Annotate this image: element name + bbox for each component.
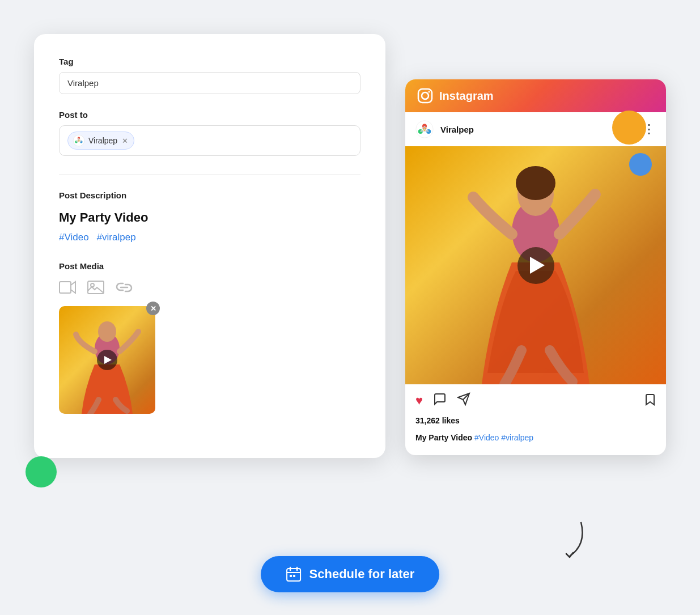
tag-input[interactable]: [59, 72, 360, 94]
comment-icon[interactable]: [433, 392, 447, 409]
media-upload-icons: [59, 279, 360, 296]
svg-rect-41: [293, 575, 295, 577]
post-title: My Party Video: [59, 210, 360, 225]
viralpep-chip: Viralpep ✕: [67, 132, 134, 150]
image-upload-icon[interactable]: [87, 279, 104, 296]
instagram-platform-label: Instagram: [439, 90, 494, 103]
post-actions: ♥: [405, 384, 666, 414]
calendar-icon: [286, 566, 302, 582]
actions-left: ♥: [415, 392, 470, 409]
hashtag-video: #Video: [59, 232, 89, 243]
post-to-section: Post to Viralpep ✕: [59, 110, 360, 156]
decorative-circle-green: [26, 456, 57, 487]
media-thumbnail: [59, 306, 155, 414]
divider: [59, 174, 360, 175]
instagram-header: Instagram: [405, 79, 666, 112]
arrow-decoration: [541, 516, 587, 564]
remove-media-button[interactable]: ✕: [146, 302, 160, 315]
svg-point-13: [91, 283, 94, 287]
hashtag-viralpep: #viralpep: [97, 232, 136, 243]
post-to-label: Post to: [59, 110, 360, 120]
post-media-label: Post Media: [59, 261, 360, 271]
tag-label: Tag: [59, 57, 360, 66]
share-icon[interactable]: [457, 392, 470, 409]
heart-icon[interactable]: ♥: [415, 393, 423, 408]
caption-tag1: #Video: [474, 433, 499, 442]
viralpep-logo-small: [73, 134, 85, 147]
svg-rect-11: [60, 282, 71, 293]
bookmark-icon[interactable]: [643, 393, 656, 409]
hashtags-container: #Video #viralpep: [59, 232, 360, 243]
post-image: [405, 146, 666, 384]
svg-point-18: [422, 92, 429, 99]
decorative-circle-blue: [629, 153, 652, 176]
svg-rect-17: [418, 89, 432, 103]
post-caption: My Party Video #Video #viralpep: [405, 430, 666, 455]
post-username: Viralpep: [440, 125, 474, 134]
tag-section: Tag: [59, 57, 360, 94]
chip-remove-icon[interactable]: ✕: [122, 137, 128, 145]
caption-tag2: #viralpep: [501, 433, 533, 442]
viralpep-chip-label: Viralpep: [88, 136, 117, 145]
form-card: Tag Post to Viralpep: [34, 34, 385, 458]
post-description-label: Post Description: [59, 190, 360, 200]
decorative-circle-yellow: [612, 111, 646, 145]
link-upload-icon[interactable]: [116, 279, 133, 296]
svg-point-19: [429, 91, 430, 93]
video-upload-icon[interactable]: [59, 279, 76, 296]
schedule-button-label: Schedule for later: [309, 567, 415, 582]
svg-rect-40: [290, 575, 292, 577]
schedule-button[interactable]: Schedule for later: [261, 556, 440, 592]
media-thumbnail-wrapper: ✕: [59, 306, 155, 414]
instagram-icon: [417, 87, 434, 104]
play-button-small[interactable]: [97, 350, 117, 370]
post-media-section: Post Media: [59, 261, 360, 414]
play-button-large[interactable]: [517, 247, 554, 284]
svg-point-33: [516, 166, 555, 200]
post-description-section: Post Description My Party Video #Video #…: [59, 190, 360, 243]
user-avatar: [415, 120, 434, 138]
svg-point-16: [98, 321, 116, 342]
post-user: Viralpep: [415, 120, 474, 138]
caption-title: My Party Video: [415, 433, 472, 442]
likes-count: 31,262 likes: [405, 414, 666, 430]
post-to-box[interactable]: Viralpep ✕: [59, 125, 360, 156]
